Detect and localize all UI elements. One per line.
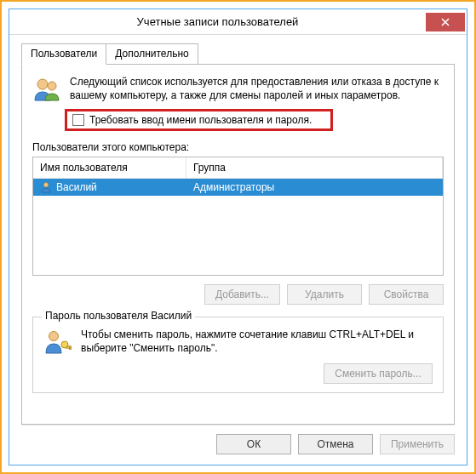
- user-properties-button[interactable]: Свойства: [369, 284, 444, 305]
- password-icon: [43, 328, 72, 357]
- change-password-button-label: Сменить пароль...: [335, 368, 422, 380]
- svg-point-3: [49, 332, 59, 341]
- screenshot-frame: Учетные записи пользователей Пользовател…: [0, 0, 476, 474]
- password-groupbox: Пароль пользователя Василий Чтобы см: [32, 317, 444, 393]
- require-credentials-label: Требовать ввод имени пользователя и паро…: [89, 114, 312, 126]
- users-icon: [32, 75, 61, 104]
- password-text: Чтобы сменить пароль, нажмите сочетание …: [81, 328, 433, 355]
- user-list-caption: Пользователи этого компьютера:: [32, 141, 444, 153]
- close-button[interactable]: [426, 13, 465, 31]
- remove-user-button-label: Удалить: [305, 288, 344, 300]
- tab-advanced[interactable]: Дополнительно: [106, 43, 198, 65]
- password-row: Чтобы сменить пароль, нажмите сочетание …: [43, 328, 433, 357]
- user-list-buttons: Добавить... Удалить Свойства: [32, 284, 444, 305]
- cancel-button[interactable]: Отмена: [298, 434, 373, 454]
- cell-username-text: Василий: [56, 181, 97, 193]
- user-list-body: Василий Администраторы: [33, 179, 443, 275]
- svg-point-0: [37, 79, 48, 89]
- user-list-row[interactable]: Василий Администраторы: [33, 179, 443, 196]
- password-button-row: Сменить пароль...: [43, 363, 433, 384]
- column-header-username[interactable]: Имя пользователя: [33, 157, 186, 178]
- close-icon: [441, 18, 450, 26]
- column-header-group[interactable]: Группа: [186, 157, 443, 178]
- svg-rect-6: [70, 346, 72, 349]
- password-groupbox-title: Пароль пользователя Василий: [42, 310, 195, 322]
- apply-button-label: Применить: [391, 438, 444, 450]
- cell-group-text: Администраторы: [193, 181, 274, 193]
- tab-users[interactable]: Пользователи: [21, 43, 106, 65]
- cancel-button-label: Отмена: [317, 438, 353, 450]
- user-list-caption-text: Пользователи этого компьютера:: [32, 141, 189, 153]
- ok-button-label: ОК: [247, 438, 261, 450]
- add-user-button-label: Добавить...: [215, 288, 269, 300]
- window-title: Учетные записи пользователей: [9, 15, 426, 28]
- svg-point-2: [43, 183, 48, 187]
- client-area: Пользователи Дополнительно: [9, 35, 467, 465]
- apply-button[interactable]: Применить: [380, 434, 455, 454]
- tab-panel-users: Следующий список используется для предос…: [21, 64, 455, 425]
- intro-text: Следующий список используется для предос…: [70, 75, 444, 104]
- user-list[interactable]: Имя пользователя Группа: [32, 157, 444, 276]
- cell-group: Администраторы: [186, 179, 443, 196]
- add-user-button[interactable]: Добавить...: [204, 284, 280, 305]
- user-icon: [40, 181, 52, 193]
- user-list-header: Имя пользователя Группа: [33, 157, 443, 179]
- remove-user-button[interactable]: Удалить: [287, 284, 362, 305]
- change-password-button[interactable]: Сменить пароль...: [324, 363, 433, 384]
- cell-username: Василий: [33, 179, 186, 196]
- require-credentials-highlight: Требовать ввод имени пользователя и паро…: [65, 109, 333, 131]
- tabstrip: Пользователи Дополнительно: [21, 43, 455, 65]
- ok-button[interactable]: ОК: [216, 434, 291, 454]
- titlebar: Учетные записи пользователей: [9, 9, 467, 35]
- tab-users-label: Пользователи: [31, 48, 97, 60]
- intro-row: Следующий список используется для предос…: [32, 75, 444, 104]
- user-properties-button-label: Свойства: [384, 288, 429, 300]
- require-credentials-checkbox[interactable]: [72, 114, 84, 126]
- tab-advanced-label: Дополнительно: [115, 48, 188, 60]
- dialog-buttons: ОК Отмена Применить: [21, 425, 455, 454]
- svg-point-1: [48, 82, 56, 90]
- dialog-window: Учетные записи пользователей Пользовател…: [9, 9, 467, 465]
